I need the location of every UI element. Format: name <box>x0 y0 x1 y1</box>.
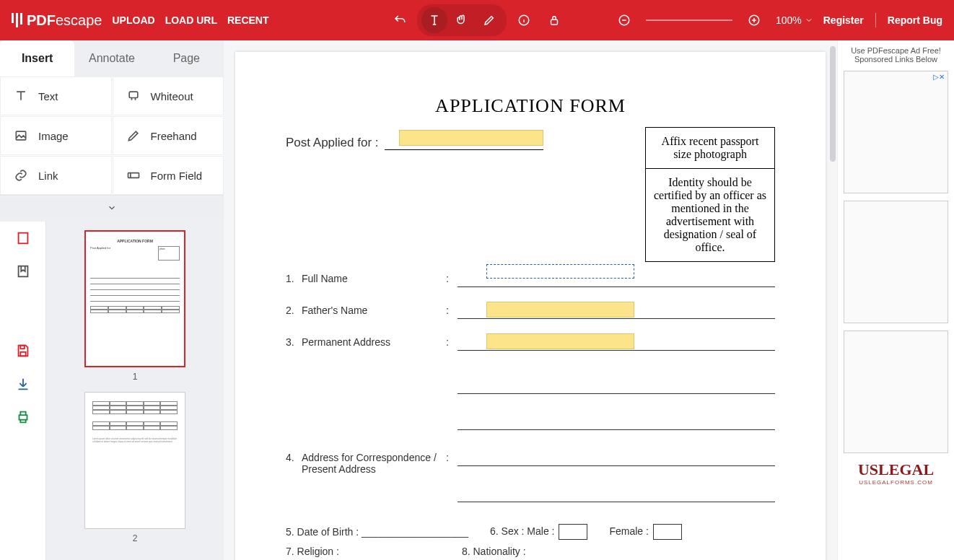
doc-title: APPLICATION FORM <box>286 95 775 117</box>
religion-label: 7. Religion : <box>286 546 339 557</box>
sex-female-label: Female : <box>609 525 648 537</box>
r3-line2 <box>458 380 775 394</box>
page-thumbnail-1[interactable]: APPLICATION FORM Post Applied forphoto <box>84 230 185 367</box>
adchoices-icon: ▷✕ <box>933 73 945 81</box>
post-applied-line <box>385 134 543 150</box>
link-icon <box>14 168 28 183</box>
insert-text[interactable]: Text <box>0 76 112 115</box>
tab-insert[interactable]: Insert <box>0 40 74 76</box>
divider <box>875 13 876 27</box>
undo-icon <box>393 14 406 27</box>
insert-whiteout[interactable]: Whiteout <box>113 76 224 115</box>
info-icon <box>517 14 530 27</box>
r3-label: Permanent Address <box>302 336 446 348</box>
nav-load-url[interactable]: LOAD URL <box>165 14 217 26</box>
r4-line1 <box>458 452 775 466</box>
draw-tool-button[interactable] <box>476 7 502 33</box>
perm-address-field[interactable] <box>486 333 634 349</box>
plus-circle-icon <box>748 14 761 27</box>
svg-rect-9 <box>20 352 25 356</box>
zoom-in-button[interactable] <box>741 7 767 33</box>
r2-colon: : <box>446 305 458 316</box>
tab-page[interactable]: Page <box>149 40 224 76</box>
full-name-field[interactable] <box>486 264 634 279</box>
female-box[interactable] <box>653 524 682 540</box>
text-tool-button[interactable] <box>421 7 447 33</box>
ad-3[interactable] <box>844 331 948 453</box>
insert-freehand[interactable]: Freehand <box>113 116 224 155</box>
pencil-icon <box>483 14 496 27</box>
app-logo[interactable]: PDFescape <box>12 12 102 29</box>
info-button[interactable] <box>511 7 537 33</box>
r2-label: Father's Name <box>302 305 446 316</box>
dob-label: 5. Date of Birth : ___________________ <box>286 526 468 538</box>
text-icon <box>14 89 28 103</box>
svg-rect-11 <box>19 415 27 419</box>
svg-rect-6 <box>128 173 139 178</box>
undo-button[interactable] <box>387 7 413 33</box>
nav-upload[interactable]: UPLOAD <box>113 14 155 26</box>
ad-header-1: Use PDFescape Ad Free! <box>842 46 950 55</box>
sex-male-label: 6. Sex : Male : <box>490 525 554 537</box>
uslegal-logo[interactable]: USLEGAL <box>842 460 950 479</box>
lock-icon <box>548 14 561 27</box>
nav-recent[interactable]: RECENT <box>227 14 269 26</box>
logo-pdf: PDF <box>27 12 56 28</box>
pages-view-icon[interactable] <box>15 230 31 246</box>
photo-box: Affix recent passport size photograph Id… <box>645 127 775 262</box>
male-box[interactable] <box>559 524 587 540</box>
post-applied-field[interactable] <box>399 130 543 146</box>
mode-toolbar <box>417 4 507 36</box>
report-bug-link[interactable]: Report Bug <box>888 14 942 26</box>
tab-annotate[interactable]: Annotate <box>74 40 149 76</box>
r4-label: Address for Correspondence /Present Addr… <box>302 452 446 475</box>
freehand-icon <box>126 128 141 143</box>
ad-1[interactable]: ▷✕ <box>844 71 948 193</box>
r3-line3 <box>458 416 775 430</box>
r1-colon: : <box>446 273 458 284</box>
r1-num: 1. <box>286 273 302 284</box>
svg-rect-8 <box>18 266 27 277</box>
download-icon[interactable] <box>15 376 31 392</box>
r3-line1 <box>458 336 775 351</box>
thumb-1-label: 1 <box>61 372 209 382</box>
form-field-icon <box>126 168 141 183</box>
document-page[interactable]: APPLICATION FORM Post Applied for : Affi… <box>235 52 826 560</box>
svg-rect-4 <box>129 92 138 97</box>
insert-image[interactable]: Image <box>0 116 112 155</box>
chevron-down-icon <box>805 16 813 25</box>
lock-button[interactable] <box>541 7 567 33</box>
page-scrollbar[interactable] <box>830 46 836 162</box>
fathers-name-field[interactable] <box>486 302 634 318</box>
ad-2[interactable] <box>844 201 948 323</box>
r3-num: 3. <box>286 336 302 348</box>
page-thumbnail-2[interactable]: Lorem ipsum dolor sit amet consectetur a… <box>84 392 185 529</box>
ad-header-2: Sponsored Links Below <box>842 55 950 64</box>
r4-colon: : <box>446 452 458 463</box>
logo-bars-icon <box>12 13 22 27</box>
bookmarks-icon[interactable] <box>15 263 31 279</box>
chevron-down-icon <box>107 203 117 213</box>
zoom-slider[interactable] <box>646 19 732 21</box>
svg-rect-10 <box>20 346 24 349</box>
register-link[interactable]: Register <box>823 14 864 26</box>
image-icon <box>14 128 28 143</box>
r4-num: 4. <box>286 452 302 463</box>
photo-top-text: Affix recent passport size photograph <box>646 128 774 169</box>
r3-colon: : <box>446 336 458 348</box>
insert-link[interactable]: Link <box>0 156 112 195</box>
zoom-out-button[interactable] <box>611 7 637 33</box>
r1-line <box>458 273 775 287</box>
zoom-percent[interactable]: 100% <box>776 14 813 26</box>
svg-rect-1 <box>551 19 558 25</box>
minus-circle-icon <box>618 14 631 27</box>
insert-form-field[interactable]: Form Field <box>113 156 224 195</box>
svg-rect-7 <box>18 233 27 244</box>
save-icon[interactable] <box>15 343 31 359</box>
expand-tools[interactable] <box>0 198 224 217</box>
print-icon[interactable] <box>15 409 31 425</box>
pan-tool-button[interactable] <box>449 7 475 33</box>
whiteout-icon <box>126 89 141 103</box>
post-applied-label: Post Applied for : <box>286 136 379 150</box>
hand-icon <box>455 14 468 27</box>
